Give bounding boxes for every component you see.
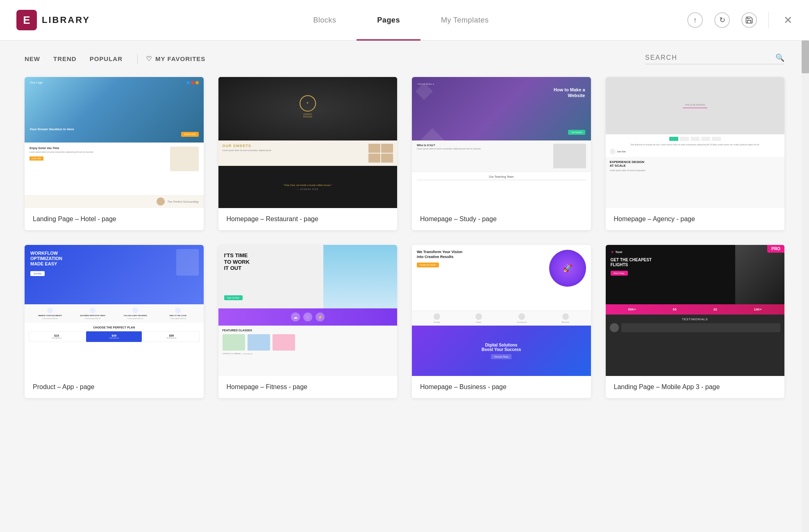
hotel-dots [186, 81, 199, 84]
filter-favorites[interactable]: ♡ MY FAVORITES [146, 55, 205, 63]
scrollbar-track[interactable] [802, 41, 809, 532]
product-feature-3: FOLLOW CLIENT PROGRESS Lorem ipsum dolor… [114, 308, 157, 319]
logo-icon: E [16, 10, 37, 30]
card-study[interactable]: How to Make a How to Make aWebsite Get S… [412, 77, 591, 230]
card-label-hotel: Landing Page – Hotel - page [25, 208, 204, 230]
fitness-person-graphic [323, 245, 397, 308]
header-actions: ↑ ↻ ✕ [687, 12, 793, 28]
close-button[interactable]: ✕ [784, 14, 793, 27]
search-icon[interactable]: 🔍 [775, 53, 784, 62]
pricing-plan-enterprise: $99 PER MONTH [143, 331, 199, 342]
mobile-stat-2: 65 [673, 308, 677, 311]
mobile-stat-1: 50K+ [628, 308, 636, 311]
tab-my-templates[interactable]: My Templates [420, 0, 509, 41]
card-label-product: Product – App - page [25, 376, 204, 398]
upload-button[interactable]: ↑ [687, 12, 703, 28]
product-pricing-title: CHOOSE THE PERFECT PLAN [29, 326, 200, 329]
mobile-stat-3: 22 [714, 308, 717, 311]
card-label-business: Homepage – Business - page [412, 376, 591, 398]
logo-text: LIBRARY [42, 15, 90, 25]
fitness-classes-title: FEATURED CLASSES [223, 329, 393, 332]
card-label-agency: Homepage – Agency - page [606, 208, 785, 230]
product-hero-cta: Get Now [30, 271, 45, 276]
restaurant-quote: "Only food, set inside a lovely coffee h… [284, 184, 332, 186]
product-feature-4: SAVE TO THE CLOUD Lorem ipsum dolor sit [157, 308, 199, 319]
card-preview-business: We Transform Your Visioninto Creative Re… [412, 245, 591, 376]
business-graphic [549, 250, 586, 287]
study-team-title: Our Teaching Team [417, 175, 586, 178]
card-mobile-app[interactable]: PRO ✈ Torel GET THE CHEAPESTFLIGHTS Book… [606, 245, 785, 398]
pro-badge: PRO [767, 245, 784, 253]
mobile-testimonials-title: TESTIMONIALS [610, 318, 781, 321]
card-agency[interactable]: THIS IS AN HEADING Tota distinctio te ch… [606, 77, 785, 230]
pricing-plan-pro: $49 PER MONTH [86, 331, 142, 342]
card-hotel[interactable]: Your Logo Your Dream Vacation is Here BO… [25, 77, 204, 230]
mobile-stat-4: 13K+ [754, 308, 762, 311]
filter-divider [137, 54, 138, 64]
header: E LIBRARY Blocks Pages My Templates ↑ ↻ … [0, 0, 809, 41]
hotel-hero-btn: BOOK NOW [181, 132, 198, 137]
card-preview-restaurant: ✦ DONATOPASSION OUR SWEETS Lorem ipsum d… [218, 77, 398, 208]
mobile-avatar-1 [610, 323, 619, 332]
filter-bar: NEW TREND POPULAR ♡ MY FAVORITES 🔍 [0, 41, 809, 77]
tab-blocks[interactable]: Blocks [293, 0, 357, 41]
filter-popular[interactable]: POPULAR [83, 52, 129, 66]
fitness-icon-2: ♡ [303, 312, 312, 321]
product-feature-2: AUTOMATE REPETITIVE TASKS Lorem ipsum do… [71, 308, 114, 319]
card-grid: Your Logo Your Dream Vacation is Here BO… [0, 77, 809, 423]
card-label-restaurant: Homepage – Restaurant - page [218, 208, 398, 230]
header-divider [768, 12, 769, 28]
card-preview-agency: THIS IS AN HEADING Tota distinctio te ch… [606, 77, 785, 208]
hotel-logo: Your Logo [30, 81, 43, 84]
heart-icon: ♡ [146, 55, 152, 63]
search-area: 🔍 [645, 53, 784, 64]
fitness-icon-1: ☁ [291, 312, 300, 321]
card-label-fitness: Homepage – Fitness - page [218, 376, 398, 398]
business-hero-title: We Transform Your Visioninto Creative Re… [417, 250, 545, 259]
card-preview-hotel: Your Logo Your Dream Vacation is Here BO… [25, 77, 204, 208]
scrollbar-thumb[interactable] [802, 41, 809, 73]
product-hero-title: WORKFLOWOPTIMIZATIONMADE EASY [30, 251, 198, 267]
logo-area: E LIBRARY [16, 10, 90, 30]
business-bottom-title: Digital SolutionsBoost Your Success [482, 343, 521, 352]
restaurant-logo: ✦ DONATOPASSION [300, 95, 316, 118]
card-label-mobile: Landing Page – Mobile App 3 - page [606, 376, 785, 398]
product-device-graphic [176, 249, 199, 276]
mobile-hands-graphic [735, 245, 784, 304]
business-bottom-btn: Discover Today [491, 354, 511, 359]
tab-pages[interactable]: Pages [357, 0, 420, 41]
card-label-study: Homepage – Study - page [412, 208, 591, 230]
filter-trend[interactable]: TREND [47, 52, 83, 66]
card-product[interactable]: WORKFLOWOPTIMIZATIONMADE EASY Get Now MA… [25, 245, 204, 398]
search-input[interactable] [645, 54, 770, 61]
business-hero-btn: TEAM UP TODAY [417, 263, 439, 267]
card-fitness[interactable]: I'TS TIMETO WORKIT OUT Sign Up Now ☁ ♡ ⚡… [218, 245, 398, 398]
fitness-icon-3: ⚡ [316, 312, 325, 321]
study-hero-title: How to Make aWebsite [418, 87, 585, 99]
card-restaurant[interactable]: ✦ DONATOPASSION OUR SWEETS Lorem ipsum d… [218, 77, 398, 230]
favorites-label: MY FAVORITES [155, 55, 205, 62]
pricing-plan-basic: $19 PER MONTH [29, 331, 84, 342]
card-preview-product: WORKFLOWOPTIMIZATIONMADE EASY Get Now MA… [25, 245, 204, 376]
card-preview-study: How to Make a How to Make aWebsite Get S… [412, 77, 591, 208]
fitness-hero-btn: Sign Up Now [224, 295, 243, 300]
mobile-hero-btn: Book Today [611, 271, 628, 276]
pricing-plans: $19 PER MONTH $49 PER MONTH $99 PER MONT… [29, 331, 200, 342]
card-preview-mobile: PRO ✈ Torel GET THE CHEAPESTFLIGHTS Book… [606, 245, 785, 376]
refresh-button[interactable]: ↻ [714, 12, 730, 28]
card-preview-fitness: I'TS TIMETO WORKIT OUT Sign Up Now ☁ ♡ ⚡… [218, 245, 398, 376]
hotel-bottom-text: Enjoy Some Vac-Time Lorem ipsum dolor si… [30, 147, 166, 191]
agency-exp-title: EXPERIENCE DESIGNAT SCALE [610, 160, 781, 168]
fitness-hero-title: I'TS TIMETO WORKIT OUT [224, 252, 250, 272]
card-business[interactable]: We Transform Your Visioninto Creative Re… [412, 245, 591, 398]
filter-new[interactable]: NEW [25, 52, 47, 66]
nav-tabs: Blocks Pages My Templates [115, 0, 687, 41]
product-feature-1: MANAGE YOUR DOCUMENTS Lorem ipsum dolor … [29, 308, 71, 319]
save-button[interactable] [741, 12, 757, 28]
hotel-hero-title: Your Dream Vacation is Here [30, 127, 74, 131]
